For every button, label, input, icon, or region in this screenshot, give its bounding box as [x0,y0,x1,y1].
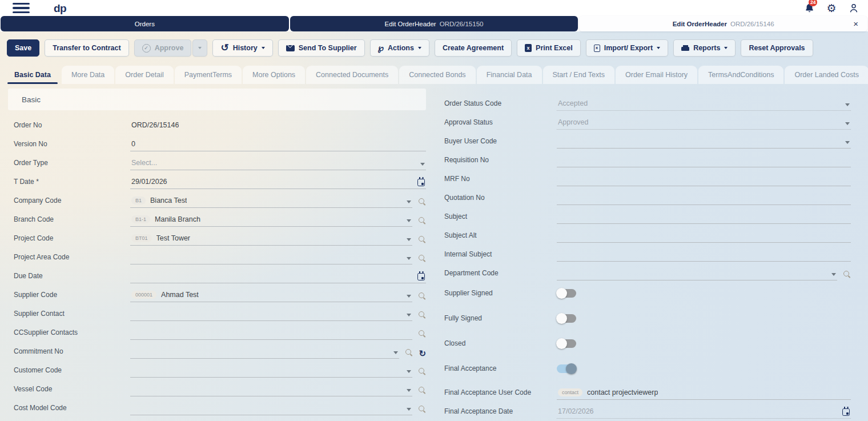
input-project-area-code[interactable] [130,252,412,264]
search-icon[interactable] [418,216,426,225]
tab-order-landed-costs[interactable]: Order Landed Costs [785,66,868,84]
search-icon[interactable] [418,386,426,395]
chevron-down-icon[interactable] [407,219,411,222]
input-order-status-code[interactable]: Accepted [557,98,851,111]
toggle-switch-fully-signed[interactable] [557,314,576,323]
toolbar-button-save[interactable]: Save [7,39,39,57]
chevron-down-icon[interactable] [393,351,398,354]
input-company-code[interactable]: B1Bianca Test [130,195,412,208]
input-department-code[interactable] [557,268,837,280]
toggle-switch-supplier-signed[interactable] [557,289,576,298]
tab-order-detail[interactable]: Order Detail [115,66,173,84]
chevron-down-icon[interactable] [845,122,850,125]
input-order-no[interactable]: ORD/26/15146 [130,120,426,133]
toggle-switch-final-acceptance[interactable] [557,364,576,373]
refresh-icon[interactable]: ↻ [419,349,426,358]
search-icon[interactable] [418,235,426,244]
tab-code: ORD/26/15150 [440,21,484,27]
tab-order-email-history[interactable]: Order Email History [616,66,697,84]
printer-icon [681,45,689,51]
window-tab-edit-orderheader-ord-26-15150[interactable]: Edit OrderHeaderORD/26/15150 [290,16,578,31]
user-profile-icon[interactable] [847,2,860,14]
chevron-down-icon[interactable] [407,238,411,241]
toolbar-button-print-excel[interactable]: Print Excel [517,39,581,57]
search-icon[interactable] [418,405,426,414]
input-commitment-no[interactable] [130,346,399,359]
input-vessel-code[interactable] [130,384,412,396]
chevron-down-icon[interactable] [420,163,425,166]
toolbar-button-reset-approvals[interactable]: Reset Approvals [741,39,813,57]
chevron-down-icon[interactable] [407,370,411,373]
input-internal-subject[interactable] [557,249,851,262]
toolbar-button-actions[interactable]: Actions [370,39,429,57]
input-approval-status[interactable]: Approved [557,117,851,130]
toolbar-button-label: History [233,44,258,52]
calendar-icon[interactable] [417,273,425,280]
chevron-down-icon[interactable] [407,295,411,298]
input-supplier-contact[interactable] [130,308,412,321]
toolbar-button-label: Reset Approvals [749,44,805,52]
topbar-actions: 24 ⚙ [803,2,860,14]
input-buyer-user-code[interactable] [557,136,851,149]
chevron-down-icon[interactable] [407,314,411,316]
toolbar-button-send-to-supplier[interactable]: Send To Supplier [278,39,365,57]
input-ccsupplier-contacts[interactable] [130,327,412,340]
toolbar-button-history[interactable]: History [212,39,272,57]
toolbar-button-reports[interactable]: Reports [673,39,736,57]
tab-basic-data[interactable]: Basic Data [5,66,61,84]
input-version-no[interactable]: 0 [130,139,426,151]
search-icon[interactable] [418,311,426,319]
tab-connected-documents[interactable]: Connected Documents [306,66,398,84]
chevron-down-icon[interactable] [407,201,411,203]
calendar-icon[interactable] [417,179,425,186]
search-icon[interactable] [418,198,426,206]
input-t-date[interactable]: 29/01/2026 [130,177,426,189]
input-supplier-code[interactable]: 000001Ahmad Test [130,290,412,302]
input-final-acceptance-user-code[interactable]: contactcontact projectviewerp [557,387,851,400]
tab-paymentterms[interactable]: PaymentTerms [175,66,242,84]
input-project-code[interactable]: BT01Test Tower [130,233,412,246]
chevron-down-icon[interactable] [845,141,850,144]
toolbar-button-approve[interactable]: Approve [134,39,192,57]
window-tab-edit-orderheader-ord-26-15146[interactable]: Edit OrderHeaderORD/26/15146× [579,16,867,31]
search-icon[interactable] [418,292,426,300]
toolbar-button-transfer-to-contract[interactable]: Transfer to Contract [45,39,128,57]
tab-connected-bonds[interactable]: Connected Bonds [399,66,475,84]
chevron-down-icon[interactable] [407,389,411,392]
toolbar-button-approve-dropdown[interactable] [192,39,207,57]
input-subject[interactable] [557,211,851,224]
input-customer-code[interactable] [130,365,412,378]
tab-more-data[interactable]: More Data [62,66,114,84]
tab-financial-data[interactable]: Financial Data [477,66,542,84]
tab-more-options[interactable]: More Options [243,66,305,84]
tab-start-end-texts[interactable]: Start / End Texts [543,66,614,84]
window-tab-orders[interactable]: Orders [1,16,289,31]
search-icon[interactable] [843,270,851,279]
calendar-icon[interactable] [842,408,850,416]
input-quotation-no[interactable] [557,193,851,205]
toolbar-button-create-agreement[interactable]: Create Agreement [435,39,512,57]
input-mrf-no[interactable] [557,174,851,186]
input-final-acceptance-date[interactable]: 17/02/2026 [557,406,851,419]
chevron-down-icon[interactable] [407,257,411,260]
search-icon[interactable] [418,254,426,263]
search-icon[interactable] [418,367,426,376]
settings-gear-icon[interactable]: ⚙ [825,2,838,14]
notification-bell-icon[interactable]: 24 [803,2,815,14]
chevron-down-icon[interactable] [831,273,836,276]
tab-termsandconditions[interactable]: TermsAndConditions [698,66,783,84]
input-order-type[interactable]: Select... [130,158,426,170]
input-branch-code[interactable]: B1-1Manila Branch [130,214,412,227]
input-cost-model-code[interactable] [130,403,412,415]
input-requisition-no[interactable] [557,155,851,167]
input-subject-alt[interactable] [557,230,851,243]
chevron-down-icon[interactable] [845,103,850,106]
input-due-date[interactable] [130,271,426,283]
toolbar-button-import-export[interactable]: Import/ Export [586,39,668,57]
chevron-down-icon[interactable] [407,408,411,411]
search-icon[interactable] [418,330,426,338]
search-icon[interactable] [405,348,413,357]
tab-close-icon[interactable]: × [853,19,858,28]
toggle-switch-closed[interactable] [557,339,576,348]
hamburger-menu-icon[interactable] [13,3,30,14]
